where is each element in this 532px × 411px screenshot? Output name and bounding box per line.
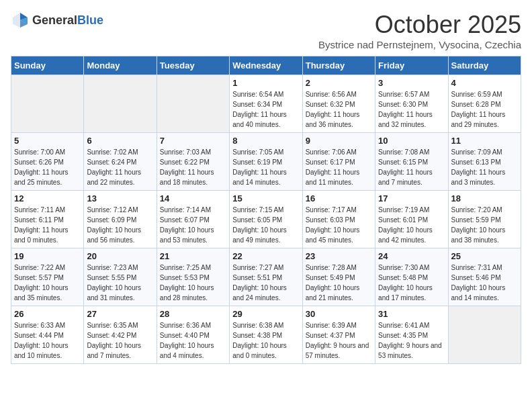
day-number: 10 xyxy=(378,136,445,146)
day-info: Sunrise: 7:03 AMSunset: 6:22 PMDaylight:… xyxy=(160,147,226,187)
day-number: 8 xyxy=(232,136,299,146)
day-number: 18 xyxy=(451,193,518,203)
day-info: Sunrise: 7:31 AMSunset: 5:46 PMDaylight:… xyxy=(451,263,518,303)
month-title: October 2025 xyxy=(318,11,521,39)
day-number: 7 xyxy=(160,136,226,146)
day-info: Sunrise: 7:09 AMSunset: 6:13 PMDaylight:… xyxy=(451,147,518,187)
day-number: 3 xyxy=(378,78,445,88)
day-info: Sunrise: 6:57 AMSunset: 6:30 PMDaylight:… xyxy=(378,89,445,130)
weekday-header: Sunday xyxy=(11,56,84,75)
calendar-week-row: 1Sunrise: 6:54 AMSunset: 6:34 PMDaylight… xyxy=(11,75,521,133)
day-info: Sunrise: 6:39 AMSunset: 4:37 PMDaylight:… xyxy=(306,320,372,361)
calendar-day-cell: 16Sunrise: 7:17 AMSunset: 6:03 PMDayligh… xyxy=(302,191,375,248)
day-info: Sunrise: 7:23 AMSunset: 5:55 PMDaylight:… xyxy=(87,263,153,303)
day-info: Sunrise: 6:33 AMSunset: 4:44 PMDaylight:… xyxy=(14,320,81,361)
calendar-table: SundayMondayTuesdayWednesdayThursdayFrid… xyxy=(11,56,521,364)
calendar-day-cell: 31Sunrise: 6:41 AMSunset: 4:35 PMDayligh… xyxy=(375,306,448,364)
day-number: 21 xyxy=(160,251,226,261)
day-number: 19 xyxy=(14,251,81,261)
weekday-header: Friday xyxy=(375,56,448,75)
calendar-day-cell: 7Sunrise: 7:03 AMSunset: 6:22 PMDaylight… xyxy=(157,133,229,191)
calendar-day-cell: 11Sunrise: 7:09 AMSunset: 6:13 PMDayligh… xyxy=(448,133,521,191)
day-number: 27 xyxy=(87,309,153,319)
calendar-day-cell: 6Sunrise: 7:02 AMSunset: 6:24 PMDaylight… xyxy=(84,133,157,191)
day-number: 29 xyxy=(232,309,299,319)
calendar-day-cell: 22Sunrise: 7:27 AMSunset: 5:51 PMDayligh… xyxy=(230,248,302,306)
calendar-day-cell: 30Sunrise: 6:39 AMSunset: 4:37 PMDayligh… xyxy=(302,306,375,364)
calendar-day-cell: 12Sunrise: 7:11 AMSunset: 6:11 PMDayligh… xyxy=(11,191,84,248)
day-number: 1 xyxy=(232,78,299,88)
day-info: Sunrise: 7:06 AMSunset: 6:17 PMDaylight:… xyxy=(306,147,372,187)
location-subtitle: Bystrice nad Pernstejnem, Vysocina, Czec… xyxy=(318,39,521,50)
logo-text: GeneralBlue xyxy=(32,13,103,28)
day-number: 5 xyxy=(14,136,81,146)
weekday-header: Tuesday xyxy=(157,56,229,75)
calendar-day-cell: 17Sunrise: 7:19 AMSunset: 6:01 PMDayligh… xyxy=(375,191,448,248)
calendar-day-cell: 21Sunrise: 7:25 AMSunset: 5:53 PMDayligh… xyxy=(157,248,229,306)
logo-general: General xyxy=(32,13,77,27)
day-info: Sunrise: 7:00 AMSunset: 6:26 PMDaylight:… xyxy=(14,147,81,187)
day-info: Sunrise: 7:25 AMSunset: 5:53 PMDaylight:… xyxy=(160,263,226,303)
day-number: 22 xyxy=(232,251,299,261)
day-info: Sunrise: 7:15 AMSunset: 6:05 PMDaylight:… xyxy=(232,205,299,245)
calendar-day-cell: 2Sunrise: 6:56 AMSunset: 6:32 PMDaylight… xyxy=(302,75,375,133)
logo: GeneralBlue xyxy=(11,11,103,30)
day-info: Sunrise: 7:02 AMSunset: 6:24 PMDaylight:… xyxy=(87,147,153,187)
day-number: 4 xyxy=(451,78,518,88)
day-number: 17 xyxy=(378,193,445,203)
day-number: 25 xyxy=(451,251,518,261)
calendar-week-row: 19Sunrise: 7:22 AMSunset: 5:57 PMDayligh… xyxy=(11,248,521,306)
day-info: Sunrise: 7:05 AMSunset: 6:19 PMDaylight:… xyxy=(232,147,299,187)
calendar-day-cell: 10Sunrise: 7:08 AMSunset: 6:15 PMDayligh… xyxy=(375,133,448,191)
title-block: October 2025 Bystrice nad Pernstejnem, V… xyxy=(318,11,521,50)
calendar-day-cell: 24Sunrise: 7:30 AMSunset: 5:48 PMDayligh… xyxy=(375,248,448,306)
day-info: Sunrise: 6:41 AMSunset: 4:35 PMDaylight:… xyxy=(378,320,445,361)
day-info: Sunrise: 6:35 AMSunset: 4:42 PMDaylight:… xyxy=(87,320,153,361)
calendar-day-cell: 28Sunrise: 6:36 AMSunset: 4:40 PMDayligh… xyxy=(157,306,229,364)
day-info: Sunrise: 7:30 AMSunset: 5:48 PMDaylight:… xyxy=(378,263,445,303)
day-number: 14 xyxy=(160,193,226,203)
calendar-day-cell: 18Sunrise: 7:20 AMSunset: 5:59 PMDayligh… xyxy=(448,191,521,248)
calendar-day-cell: 4Sunrise: 6:59 AMSunset: 6:28 PMDaylight… xyxy=(448,75,521,133)
calendar-day-cell: 29Sunrise: 6:38 AMSunset: 4:38 PMDayligh… xyxy=(230,306,302,364)
day-number: 20 xyxy=(87,251,153,261)
calendar-day-cell: 23Sunrise: 7:28 AMSunset: 5:49 PMDayligh… xyxy=(302,248,375,306)
day-number: 2 xyxy=(306,78,372,88)
day-number: 28 xyxy=(160,309,226,319)
day-info: Sunrise: 7:19 AMSunset: 6:01 PMDaylight:… xyxy=(378,205,445,245)
calendar-day-cell: 9Sunrise: 7:06 AMSunset: 6:17 PMDaylight… xyxy=(302,133,375,191)
calendar-week-row: 26Sunrise: 6:33 AMSunset: 4:44 PMDayligh… xyxy=(11,306,521,364)
logo-blue: Blue xyxy=(77,13,103,27)
day-number: 15 xyxy=(232,193,299,203)
day-info: Sunrise: 7:28 AMSunset: 5:49 PMDaylight:… xyxy=(306,263,372,303)
day-number: 6 xyxy=(87,136,153,146)
calendar-day-cell: 27Sunrise: 6:35 AMSunset: 4:42 PMDayligh… xyxy=(84,306,157,364)
day-info: Sunrise: 6:54 AMSunset: 6:34 PMDaylight:… xyxy=(232,89,299,130)
day-number: 9 xyxy=(306,136,372,146)
calendar-week-row: 5Sunrise: 7:00 AMSunset: 6:26 PMDaylight… xyxy=(11,133,521,191)
calendar-day-cell: 19Sunrise: 7:22 AMSunset: 5:57 PMDayligh… xyxy=(11,248,84,306)
calendar-week-row: 12Sunrise: 7:11 AMSunset: 6:11 PMDayligh… xyxy=(11,191,521,248)
page-header: GeneralBlue October 2025 Bystrice nad Pe… xyxy=(11,11,521,50)
calendar-day-cell xyxy=(84,75,157,133)
calendar-day-cell xyxy=(157,75,229,133)
day-number: 30 xyxy=(306,309,372,319)
calendar-day-cell xyxy=(11,75,84,133)
day-info: Sunrise: 6:59 AMSunset: 6:28 PMDaylight:… xyxy=(451,89,518,130)
day-info: Sunrise: 7:11 AMSunset: 6:11 PMDaylight:… xyxy=(14,205,81,245)
day-number: 13 xyxy=(87,193,153,203)
logo-icon xyxy=(11,11,30,30)
calendar-day-cell: 1Sunrise: 6:54 AMSunset: 6:34 PMDaylight… xyxy=(230,75,302,133)
weekday-header: Wednesday xyxy=(230,56,302,75)
day-info: Sunrise: 7:17 AMSunset: 6:03 PMDaylight:… xyxy=(306,205,372,245)
weekday-header: Monday xyxy=(84,56,157,75)
day-info: Sunrise: 6:38 AMSunset: 4:38 PMDaylight:… xyxy=(232,320,299,361)
day-info: Sunrise: 7:27 AMSunset: 5:51 PMDaylight:… xyxy=(232,263,299,303)
weekday-header: Saturday xyxy=(448,56,521,75)
day-info: Sunrise: 7:22 AMSunset: 5:57 PMDaylight:… xyxy=(14,263,81,303)
day-info: Sunrise: 7:08 AMSunset: 6:15 PMDaylight:… xyxy=(378,147,445,187)
calendar-day-cell xyxy=(448,306,521,364)
day-number: 26 xyxy=(14,309,81,319)
day-info: Sunrise: 7:12 AMSunset: 6:09 PMDaylight:… xyxy=(87,205,153,245)
day-number: 16 xyxy=(306,193,372,203)
